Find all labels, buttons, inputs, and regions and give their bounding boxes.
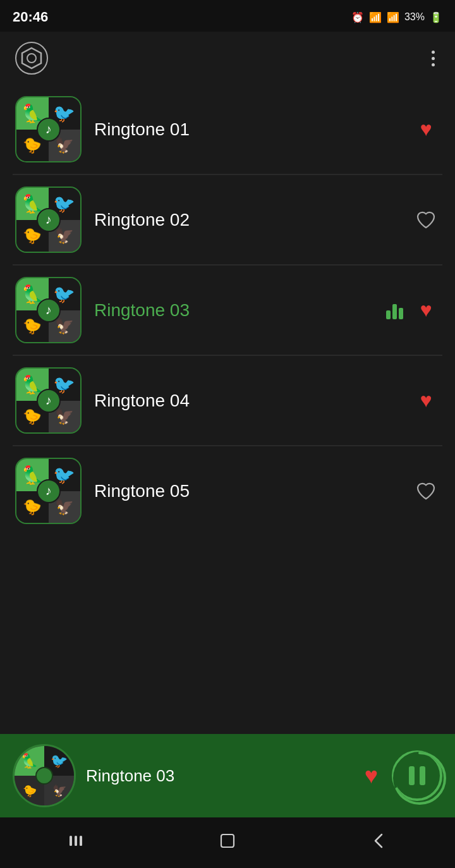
song-item-2[interactable]: 🦜 🐦 🐤 🦅 ♪ Ringtone 02 — [0, 175, 455, 264]
eq-bar — [392, 304, 397, 319]
now-playing-title: Ringtone 03 — [86, 766, 174, 785]
nav-bar — [0, 817, 455, 868]
favorite-button-3[interactable]: ♥ — [412, 296, 440, 324]
now-playing-bar: 🦜 🐦 🐤 🦅 Ringtone 03 ♥ — [0, 734, 455, 817]
song-item-3[interactable]: 🦜 🐦 🐤 🦅 ♪ Ringtone 03 ♥ — [0, 266, 455, 355]
pause-button[interactable] — [392, 750, 442, 801]
status-icons: ⏰ 📶 📶 33% 🔋 — [351, 11, 442, 23]
music-note-icon: ♪ — [37, 118, 61, 142]
heart-empty-icon-5 — [416, 481, 436, 501]
status-time: 20:46 — [13, 9, 48, 25]
song-thumbnail-4: 🦜 🐦 🐤 🦅 ♪ — [15, 367, 82, 434]
battery-icon: 🔋 — [430, 11, 442, 23]
now-playing-heart-button[interactable]: ♥ — [361, 759, 382, 793]
song-thumbnail-3: 🦜 🐦 🐤 🦅 ♪ — [15, 277, 82, 343]
now-playing-thumbnail: 🦜 🐦 🐤 🦅 — [13, 744, 76, 807]
song-list: 🦜 🐦 🐤 🦅 ♪ Ringtone 01 ♥ 🦜 🐦 🐤 🦅 — [0, 85, 455, 734]
svg-rect-7 — [221, 834, 234, 847]
nav-back-button[interactable] — [360, 827, 398, 855]
song-actions-4: ♥ — [412, 387, 440, 415]
favorite-button-5[interactable] — [412, 477, 440, 505]
song-actions-3: ♥ — [386, 296, 440, 324]
now-playing-info: Ringtone 03 — [86, 766, 351, 786]
music-note-icon: ♪ — [37, 208, 61, 232]
app-logo — [15, 42, 48, 75]
song-actions-5 — [412, 477, 440, 505]
song-thumbnail-1: 🦜 🐦 🐤 🦅 ♪ — [15, 96, 82, 162]
nav-home-icon — [218, 831, 237, 850]
more-dot — [432, 51, 435, 54]
heart-filled-icon-4: ♥ — [420, 389, 432, 412]
svg-marker-0 — [22, 48, 41, 68]
svg-rect-6 — [80, 836, 82, 846]
svg-point-1 — [27, 54, 36, 63]
song-info-1: Ringtone 01 — [82, 119, 412, 140]
song-title-3: Ringtone 03 — [94, 300, 190, 320]
song-info-2: Ringtone 02 — [82, 210, 412, 230]
heart-filled-icon-3: ♥ — [420, 298, 432, 322]
song-thumbnail-2: 🦜 🐦 🐤 🦅 ♪ — [15, 186, 82, 253]
song-item-1[interactable]: 🦜 🐦 🐤 🦅 ♪ Ringtone 01 ♥ — [0, 85, 455, 174]
more-dot — [432, 63, 435, 66]
song-info-4: Ringtone 04 — [82, 391, 412, 411]
nav-back-icon — [370, 832, 388, 850]
hexagon-icon — [20, 47, 43, 70]
equalizer-icon — [386, 302, 403, 319]
music-note-icon: ♪ — [37, 298, 61, 322]
song-title-2: Ringtone 02 — [94, 210, 190, 229]
svg-rect-4 — [70, 836, 72, 846]
music-note-icon: ♪ — [37, 389, 61, 413]
eq-bar — [399, 308, 403, 319]
song-title-4: Ringtone 04 — [94, 391, 190, 410]
song-thumbnail-5: 🦜 🐦 🐤 🦅 ♪ — [15, 458, 82, 524]
more-menu-button[interactable] — [427, 46, 440, 71]
alarm-icon: ⏰ — [351, 11, 364, 23]
signal-icon: 📶 — [387, 11, 399, 23]
more-dot — [432, 57, 435, 60]
favorite-button-2[interactable] — [412, 206, 440, 234]
song-info-3: Ringtone 03 — [82, 300, 386, 321]
nav-home-button[interactable] — [209, 827, 246, 855]
favorite-button-1[interactable]: ♥ — [412, 116, 440, 144]
heart-empty-icon-2 — [416, 210, 436, 230]
disc-center — [35, 767, 53, 785]
song-title-1: Ringtone 01 — [94, 119, 190, 139]
status-bar: 20:46 ⏰ 📶 📶 33% 🔋 — [0, 0, 455, 32]
song-title-5: Ringtone 05 — [94, 481, 190, 501]
favorite-button-4[interactable]: ♥ — [412, 387, 440, 415]
song-item-4[interactable]: 🦜 🐦 🐤 🦅 ♪ Ringtone 04 ♥ — [0, 356, 455, 445]
nav-menu-button[interactable] — [57, 827, 95, 855]
heart-filled-icon-1: ♥ — [420, 118, 432, 141]
song-actions-2 — [412, 206, 440, 234]
top-bar — [0, 32, 455, 85]
song-item-5[interactable]: 🦜 🐦 🐤 🦅 ♪ Ringtone 05 — [0, 446, 455, 535]
song-info-5: Ringtone 05 — [82, 481, 412, 501]
wifi-icon: 📶 — [369, 11, 382, 23]
nav-menu-icon — [66, 831, 85, 850]
eq-bar — [386, 310, 391, 319]
music-note-icon: ♪ — [37, 479, 61, 503]
progress-arc — [391, 750, 448, 807]
svg-rect-5 — [75, 836, 77, 846]
song-actions-1: ♥ — [412, 116, 440, 144]
battery-level: 33% — [404, 11, 425, 23]
